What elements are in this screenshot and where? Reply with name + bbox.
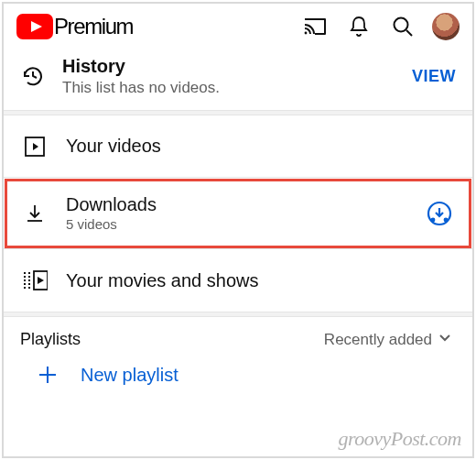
svg-line-3 — [406, 30, 412, 36]
playlists-label: Playlists — [20, 330, 81, 349]
svg-point-2 — [394, 17, 407, 31]
history-row[interactable]: History This list has no videos. VIEW — [4, 48, 472, 110]
svg-rect-12 — [24, 276, 26, 278]
avatar[interactable] — [432, 13, 460, 40]
notifications-icon[interactable] — [341, 15, 377, 38]
movies-shows-row[interactable]: Your movies and shows — [4, 249, 472, 312]
film-icon — [24, 270, 60, 290]
downloads-label: Downloads — [66, 194, 416, 215]
youtube-premium-logo[interactable]: Premium — [16, 14, 133, 39]
svg-rect-18 — [28, 279, 30, 281]
movies-shows-label: Your movies and shows — [66, 270, 452, 291]
smart-downloads-icon[interactable] — [416, 201, 452, 226]
history-icon — [20, 63, 49, 89]
downloads-count: 5 videos — [66, 216, 416, 232]
youtube-icon — [16, 14, 53, 39]
search-icon[interactable] — [384, 16, 421, 38]
svg-rect-20 — [28, 287, 30, 289]
svg-rect-11 — [24, 272, 26, 274]
svg-rect-19 — [28, 283, 30, 285]
history-subtitle: This list has no videos. — [62, 79, 412, 97]
sort-label: Recently added — [324, 331, 432, 349]
svg-rect-15 — [24, 287, 26, 289]
svg-rect-17 — [28, 276, 30, 278]
svg-point-10 — [444, 217, 449, 222]
svg-rect-14 — [24, 283, 26, 285]
top-bar: Premium — [4, 4, 472, 48]
cast-icon[interactable] — [297, 16, 333, 37]
plus-icon — [37, 364, 59, 386]
history-title: History — [62, 55, 412, 77]
brand-text: Premium — [54, 14, 133, 39]
playlists-header: Playlists Recently added — [4, 317, 472, 355]
new-playlist-label: New playlist — [81, 365, 178, 386]
svg-rect-16 — [28, 272, 30, 274]
svg-point-1 — [305, 32, 308, 35]
downloads-row[interactable]: Downloads 5 videos — [4, 178, 472, 249]
playlists-sort-button[interactable]: Recently added — [324, 330, 452, 349]
svg-point-9 — [431, 217, 436, 222]
history-view-button[interactable]: VIEW — [412, 67, 456, 86]
download-icon — [24, 203, 60, 225]
your-videos-label: Your videos — [66, 136, 452, 157]
svg-rect-13 — [24, 279, 26, 281]
your-videos-row[interactable]: Your videos — [4, 115, 472, 178]
chevron-down-icon — [438, 330, 452, 349]
new-playlist-row[interactable]: New playlist — [4, 355, 472, 400]
play-outline-icon — [24, 136, 60, 158]
